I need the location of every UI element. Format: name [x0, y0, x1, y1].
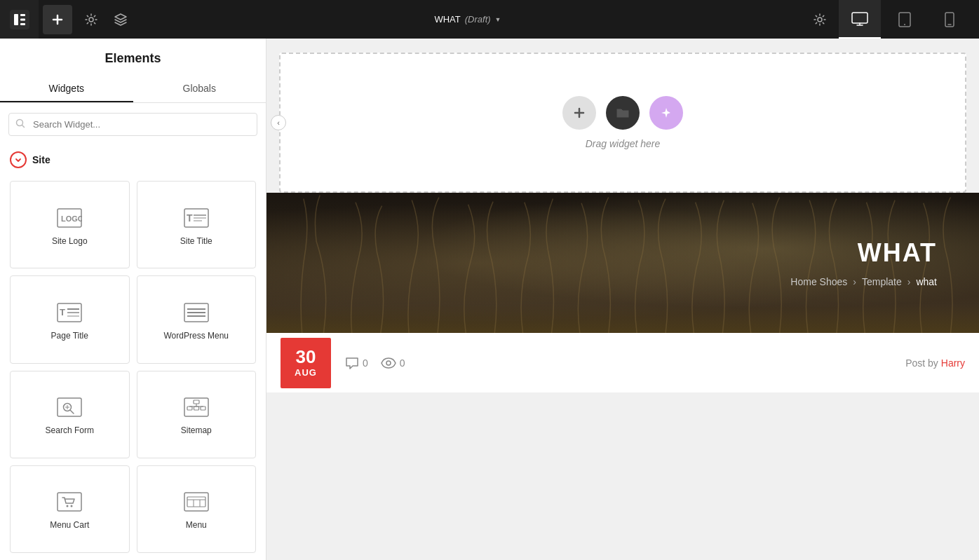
site-section-circle — [10, 151, 27, 168]
chevron-down-icon: ▼ — [495, 16, 501, 23]
site-section-label: Site — [32, 154, 50, 165]
post-meta-bar: 30 AUG 0 0 — [266, 333, 979, 392]
svg-rect-43 — [187, 497, 205, 507]
tablet-view-button[interactable] — [884, 0, 926, 39]
elementor-logo[interactable] — [0, 0, 39, 39]
widget-wordpress-menu[interactable]: WordPress Menu — [137, 275, 257, 363]
post-date-box: 30 AUG — [281, 338, 331, 388]
post-date-day: 30 — [296, 348, 316, 366]
svg-point-40 — [67, 505, 69, 507]
mobile-view-button[interactable] — [929, 0, 971, 39]
view-switcher — [839, 0, 979, 39]
comments-group: 0 — [345, 357, 368, 369]
widget-search-form-label: Search Form — [46, 425, 94, 435]
svg-rect-1 — [14, 14, 18, 25]
load-template-button[interactable] — [606, 96, 640, 130]
widget-sitemap[interactable]: Sitemap — [137, 371, 257, 458]
search-form-icon — [57, 397, 82, 420]
sitemap-icon — [184, 397, 209, 420]
svg-rect-3 — [20, 18, 25, 20]
breadcrumb-item-current: what — [916, 276, 937, 287]
hero-section: WHAT Home Shoes › Template › what — [266, 193, 979, 333]
svg-rect-39 — [58, 493, 81, 511]
add-widget-button[interactable] — [43, 5, 72, 34]
svg-rect-36 — [187, 407, 192, 410]
svg-rect-42 — [184, 493, 208, 511]
tab-widgets[interactable]: Widgets — [0, 76, 133, 102]
add-element-button[interactable] — [562, 96, 596, 130]
widget-page-title-label: Page Title — [51, 331, 88, 341]
ai-generate-button[interactable] — [649, 96, 683, 130]
breadcrumb-separator-2: › — [907, 276, 911, 287]
svg-text:T: T — [187, 212, 193, 224]
topbar: WHAT (Draft) ▼ — [0, 0, 979, 39]
widget-menu-cart[interactable]: Menu Cart — [10, 465, 130, 553]
post-author: Post by Harry — [905, 357, 965, 369]
drop-zone: ‹ Drag widget here — [279, 53, 966, 193]
main-canvas: ‹ Drag widget here — [266, 39, 979, 560]
svg-point-9 — [904, 24, 905, 25]
svg-rect-32 — [184, 398, 208, 416]
author-name: Harry — [941, 357, 965, 369]
widget-menu-label: Menu — [186, 520, 207, 530]
collapse-panel-button[interactable]: ‹ — [271, 115, 286, 130]
layers-button[interactable] — [108, 7, 133, 32]
drop-zone-actions — [562, 96, 683, 130]
canvas-inner: ‹ Drag widget here — [266, 53, 979, 560]
svg-rect-0 — [10, 10, 29, 29]
widget-site-logo[interactable]: LOGO Site Logo — [10, 181, 130, 268]
page-name: WHAT — [434, 14, 460, 25]
search-icon — [15, 118, 25, 131]
widgets-grid: LOGO Site Logo T Site Title — [0, 174, 266, 560]
topbar-center: WHAT (Draft) ▼ — [135, 14, 800, 25]
svg-rect-37 — [194, 407, 198, 410]
customize-button[interactable] — [79, 7, 104, 32]
views-group: 0 — [381, 357, 405, 369]
post-date-month: AUG — [295, 367, 317, 378]
comments-icon — [345, 357, 359, 369]
svg-point-6 — [818, 18, 822, 22]
views-count: 0 — [400, 357, 405, 369]
search-input[interactable] — [8, 113, 257, 136]
draft-label: (Draft) — [465, 14, 491, 25]
views-icon — [381, 357, 396, 369]
page-title-icon: T — [57, 303, 82, 325]
svg-rect-38 — [201, 407, 205, 410]
post-by-label: Post by — [905, 357, 938, 369]
desktop-view-button[interactable] — [839, 0, 881, 39]
comments-count: 0 — [363, 357, 368, 369]
site-logo-icon: LOGO — [57, 208, 82, 231]
svg-rect-2 — [20, 14, 25, 16]
post-meta-icons: 0 0 — [345, 357, 405, 369]
widget-site-title-label: Site Title — [180, 236, 212, 246]
widget-search-form[interactable]: Search Form — [10, 371, 130, 458]
widget-menu[interactable]: Menu — [137, 465, 257, 553]
breadcrumb-item-template: Template — [862, 276, 902, 287]
drop-zone-label: Drag widget here — [586, 138, 661, 149]
breadcrumb-item-home: Home Shoes — [790, 276, 847, 287]
svg-text:LOGO: LOGO — [61, 214, 82, 223]
widget-search-box — [8, 113, 257, 136]
site-section-toggle[interactable]: Site — [0, 146, 266, 174]
tab-globals[interactable]: Globals — [133, 76, 266, 102]
svg-point-5 — [89, 18, 93, 22]
menu-icon — [184, 492, 209, 514]
breadcrumb: Home Shoes › Template › what — [790, 276, 937, 287]
panel-tabs: Widgets Globals — [0, 76, 266, 103]
left-panel: Elements Widgets Globals Site LOGO — [0, 39, 266, 560]
breadcrumb-separator-1: › — [853, 276, 856, 287]
menu-cart-icon — [57, 492, 82, 514]
svg-rect-7 — [852, 13, 867, 23]
site-title-icon: T — [184, 208, 209, 231]
settings-button[interactable] — [800, 0, 839, 39]
widget-page-title[interactable]: T Page Title — [10, 275, 130, 363]
hero-content: WHAT Home Shoes › Template › what — [266, 193, 979, 333]
widget-menu-cart-label: Menu Cart — [50, 520, 89, 530]
svg-rect-4 — [20, 23, 25, 25]
svg-point-47 — [386, 361, 391, 365]
hero-title: WHAT — [858, 238, 937, 268]
widget-wordpress-menu-label: WordPress Menu — [164, 331, 229, 341]
wordpress-menu-icon — [184, 303, 209, 325]
page-title-topbar[interactable]: WHAT (Draft) ▼ — [434, 14, 501, 25]
widget-site-title[interactable]: T Site Title — [137, 181, 257, 268]
